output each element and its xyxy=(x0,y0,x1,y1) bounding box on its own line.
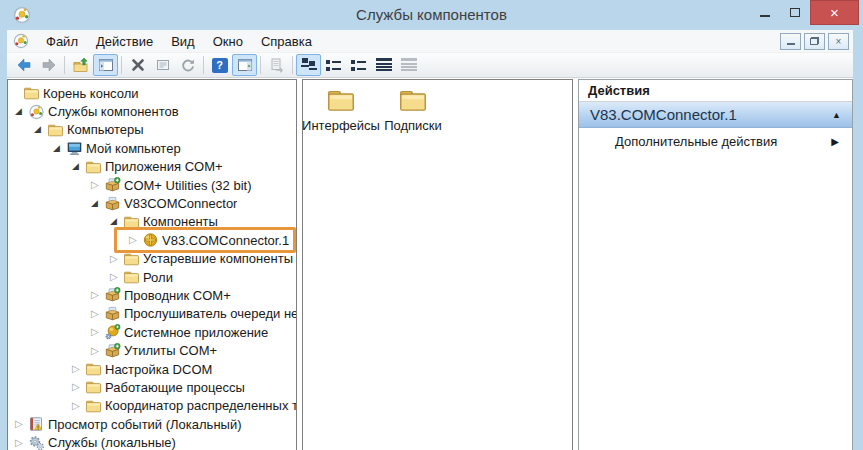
tree-item-com-utilities[interactable]: COM+ Utilities (32 bit) xyxy=(8,176,296,194)
action-item-label: Дополнительные действия xyxy=(615,134,777,149)
list-view-icon xyxy=(351,58,367,72)
refresh-button[interactable] xyxy=(175,54,200,76)
tree-item-queue-listener[interactable]: Прослушиватель очереди нес xyxy=(8,305,296,323)
expand-collapsed-icon[interactable] xyxy=(72,382,85,392)
tree-item-component-services[interactable]: Службы компонентов xyxy=(8,102,296,120)
mdi-minimize-button[interactable] xyxy=(780,33,801,50)
expand-collapsed-icon[interactable] xyxy=(91,327,104,337)
tree-item-services[interactable]: Службы (локальные) xyxy=(8,433,296,450)
action-item-more-actions[interactable]: Дополнительные действия ▶ xyxy=(579,128,852,154)
expand-expanded-icon[interactable] xyxy=(34,125,47,134)
back-button[interactable] xyxy=(11,54,36,76)
tree-item-com-utilities-ru[interactable]: Утилиты COM+ xyxy=(8,341,296,359)
expand-collapsed-icon[interactable] xyxy=(129,235,142,245)
expand-collapsed-icon[interactable] xyxy=(72,364,85,374)
show-hide-action-pane-button[interactable] xyxy=(232,54,257,76)
tree-item-v83comconnector[interactable]: V83COMConnector xyxy=(8,194,296,212)
tree-item-legacy-components[interactable]: Устаревшие компоненты xyxy=(8,250,296,268)
console-tree-panel: Корень консоли Службы компонентов Компью… xyxy=(7,79,297,450)
forward-button[interactable] xyxy=(36,54,61,76)
tree-item-running-processes[interactable]: Работающие процессы xyxy=(8,378,296,396)
expand-expanded-icon[interactable] xyxy=(91,199,104,208)
system-application-icon xyxy=(104,324,121,340)
tree-item-console-root[interactable]: Корень консоли xyxy=(8,84,296,102)
refresh-icon xyxy=(180,57,196,73)
large-icons-view-icon xyxy=(301,58,317,72)
menu-window[interactable]: Окно xyxy=(204,32,252,51)
menu-view[interactable]: Вид xyxy=(162,32,204,51)
large-icons-view-button[interactable] xyxy=(296,54,321,76)
action-pane-icon xyxy=(237,57,253,73)
folder-icon xyxy=(123,269,140,285)
expand-collapsed-icon[interactable] xyxy=(91,309,104,319)
com-application-plus-icon xyxy=(104,287,121,303)
tree-item-dtc[interactable]: Координатор распределенных тра xyxy=(8,397,296,415)
com-application-plus-icon xyxy=(104,343,121,359)
component-services-window: Службы компонентов × Файл Действие Вид О… xyxy=(0,0,863,450)
properties-button[interactable] xyxy=(150,54,175,76)
mdi-close-button[interactable]: × xyxy=(828,33,849,50)
collapse-icon[interactable]: ▲ xyxy=(832,110,841,120)
actions-group-header[interactable]: V83.COMConnector.1 ▲ xyxy=(579,102,852,128)
folder-icon xyxy=(123,214,140,230)
component-services-icon xyxy=(28,104,45,120)
list-view-button[interactable] xyxy=(346,54,371,76)
expand-collapsed-icon[interactable] xyxy=(91,346,104,356)
tree-item-roles[interactable]: Роли xyxy=(8,268,296,286)
close-button[interactable]: × xyxy=(810,0,859,25)
expand-expanded-icon[interactable] xyxy=(53,144,66,153)
expand-collapsed-icon[interactable] xyxy=(15,438,28,448)
tree-item-v83-comconnector-1[interactable]: V83.COMConnector.1 xyxy=(8,231,296,249)
delete-icon xyxy=(130,57,146,73)
small-icons-view-button[interactable] xyxy=(321,54,346,76)
minimize-button[interactable] xyxy=(750,0,780,25)
choose-columns-icon xyxy=(401,58,417,72)
list-item-interfaces[interactable]: Интерфейсы xyxy=(305,86,377,133)
tree-item-event-viewer[interactable]: Просмотр событий (Локальный) xyxy=(8,415,296,433)
expand-expanded-icon[interactable] xyxy=(72,162,85,171)
folder-icon xyxy=(123,251,140,267)
help-button[interactable]: ? xyxy=(207,54,232,76)
folder-icon xyxy=(85,379,102,395)
choose-columns-button[interactable] xyxy=(396,54,421,76)
expand-expanded-icon[interactable] xyxy=(110,217,123,226)
toolbar-separator xyxy=(292,56,293,74)
list-item-subscriptions[interactable]: Подписки xyxy=(377,86,449,133)
actions-group-title: V83.COMConnector.1 xyxy=(590,106,832,123)
expand-collapsed-icon[interactable] xyxy=(72,401,85,411)
tree-item-components[interactable]: Компоненты xyxy=(8,213,296,231)
up-one-level-icon xyxy=(73,57,89,73)
tree-item-dcom-config[interactable]: Настройка DCOM xyxy=(8,360,296,378)
expand-collapsed-icon[interactable] xyxy=(110,254,123,264)
event-viewer-icon xyxy=(28,416,45,432)
mdi-restore-button[interactable] xyxy=(804,33,825,50)
up-one-level-button[interactable] xyxy=(68,54,93,76)
com-application-plus-icon xyxy=(104,177,121,193)
export-list-button[interactable] xyxy=(264,54,289,76)
tree-item-com-plus-applications[interactable]: Приложения COM+ xyxy=(8,158,296,176)
tree-item-computers[interactable]: Компьютеры xyxy=(8,121,296,139)
tree-item-com-explorer[interactable]: Проводник COM+ xyxy=(8,286,296,304)
show-hide-console-tree-button[interactable] xyxy=(93,54,118,76)
menu-help[interactable]: Справка xyxy=(252,32,321,51)
expand-expanded-icon[interactable] xyxy=(15,107,28,116)
tree-item-my-computer[interactable]: Мой компьютер xyxy=(8,139,296,157)
expand-collapsed-icon[interactable] xyxy=(110,272,123,282)
properties-icon xyxy=(155,57,171,73)
expand-collapsed-icon[interactable] xyxy=(91,180,104,190)
toolbar-separator xyxy=(203,56,204,74)
toolbar-separator xyxy=(260,56,261,74)
minimize-icon xyxy=(760,15,770,17)
delete-button[interactable] xyxy=(125,54,150,76)
toolbar-separator xyxy=(121,56,122,74)
menu-action[interactable]: Действие xyxy=(87,32,162,51)
maximize-button[interactable] xyxy=(780,0,810,25)
details-view-button[interactable] xyxy=(371,54,396,76)
menu-file[interactable]: Файл xyxy=(37,32,87,51)
expand-collapsed-icon[interactable] xyxy=(91,290,104,300)
small-icons-view-icon xyxy=(326,58,342,72)
expand-collapsed-icon[interactable] xyxy=(15,419,28,429)
help-icon: ? xyxy=(212,58,228,73)
folder-icon xyxy=(324,86,358,114)
tree-item-system-application[interactable]: Системное приложение xyxy=(8,323,296,341)
